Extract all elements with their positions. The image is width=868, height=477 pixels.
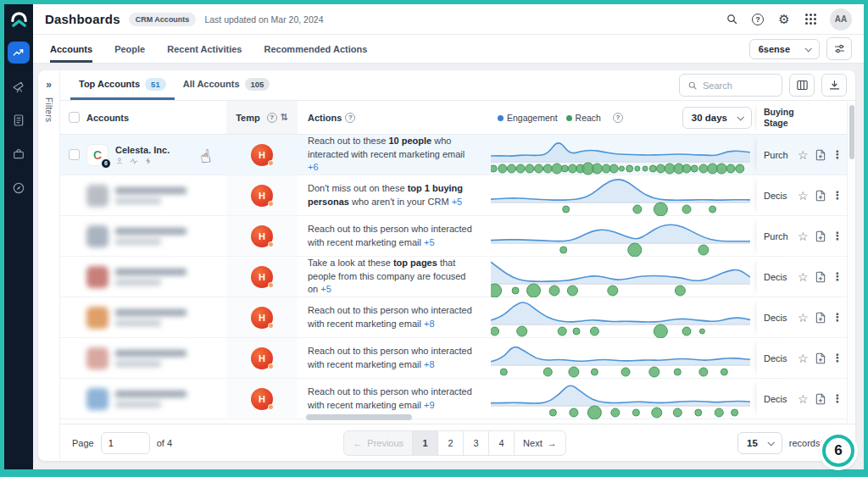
kebab-menu-icon[interactable]: ⋮ [832,392,843,405]
add-to-list-icon[interactable] [815,393,826,405]
page-label: Page [72,438,94,448]
avatar[interactable]: AA [830,8,852,31]
chevron-down-icon [804,45,811,52]
tab-accounts[interactable]: Accounts [50,35,92,63]
add-to-list-icon[interactable] [815,271,826,283]
expand-filters-icon[interactable]: » [46,79,52,91]
company-name[interactable]: Celesta. Inc. [115,145,170,155]
select-all-checkbox[interactable] [69,112,80,123]
6sense-chat-badge[interactable]: 6 [822,435,854,467]
search-icon [687,80,698,91]
star-icon[interactable]: ☆ [798,352,809,365]
table-row[interactable]: C 6 ☝ H Reach out to this person who int… [60,297,855,338]
row-checkbox[interactable] [69,149,80,160]
page-button-1[interactable]: 1 [413,430,438,456]
kebab-menu-icon[interactable]: ⋮ [832,230,843,242]
table-row[interactable]: C 6 Celesta. Inc. ☝ H Reach out to these… [60,135,855,175]
star-icon[interactable]: ☆ [798,189,809,202]
sparkline-svg [491,257,750,297]
chart-legend: Engagement Reach ? [491,113,623,123]
add-to-list-icon[interactable] [815,312,826,324]
temp-hot-badge: H [251,225,273,247]
download-button[interactable] [821,74,847,97]
page-button-3[interactable]: 3 [464,430,489,456]
search-icon[interactable] [725,13,738,26]
scrollbar-thumb[interactable] [849,105,854,159]
temp-hot-badge: H [251,185,273,207]
pager: ←Previous 1 2 3 4 Next→ [343,430,565,456]
star-icon[interactable]: ☆ [798,392,809,406]
gear-icon[interactable]: ⚙ [777,13,791,26]
period-dropdown[interactable]: 30 days [682,107,752,129]
app-grid-icon[interactable] [804,13,817,26]
add-to-list-icon[interactable] [815,352,826,364]
6sense-logo-icon[interactable] [8,10,30,28]
tab-people[interactable]: People [114,35,145,63]
star-icon[interactable]: ☆ [798,230,809,243]
add-to-list-icon[interactable] [815,190,826,202]
sidebar-item-reports[interactable] [8,109,30,131]
tab-recent-activities[interactable]: Recent Activities [167,35,242,63]
zap-icon [144,157,153,165]
buying-stage: Purch [757,135,796,175]
records-per-page-dropdown[interactable]: 15 [737,432,782,454]
next-page-button[interactable]: Next→ [515,430,566,456]
page-button-2[interactable]: 2 [438,430,464,456]
sidebar-item-discover[interactable] [8,75,30,97]
table-row[interactable]: C 6 ☝ H Take a look at these top pages t… [60,257,855,297]
manage-columns-button[interactable] [789,74,815,97]
table-row[interactable]: C 6 ☝ H Reach out to this person who int… [60,379,855,419]
temp-sort-icon[interactable]: ⇅ [281,112,288,123]
kebab-menu-icon[interactable]: ⋮ [832,352,843,364]
trending-up-icon [12,46,25,59]
buying-stage: Decis [757,257,796,297]
filters-rail[interactable]: » Filters [38,70,60,461]
table-row[interactable]: C 6 ☝ H Reach out to this person who int… [60,216,855,257]
star-icon[interactable]: ☆ [798,148,809,162]
page-input[interactable] [101,432,150,454]
subtab-all-accounts[interactable]: All Accounts 105 [175,70,279,100]
sidebar-item-dashboards[interactable] [8,42,30,64]
kebab-menu-icon[interactable]: ⋮ [832,270,843,283]
action-text: Reach out to this person who interacted … [308,304,474,331]
cursor-hand-icon: ☝ [199,146,213,168]
previous-page-button[interactable]: ←Previous [343,430,413,456]
sparkline-svg [491,175,750,216]
company-name-blurred [115,269,186,286]
arrow-left-icon: ← [353,438,362,448]
vertical-scrollbar[interactable] [847,102,855,423]
view-selector-dropdown[interactable]: 6sense [749,39,820,59]
display-settings-button[interactable] [826,37,852,60]
table-row[interactable]: C 6 ☝ H Reach out to this person who int… [60,338,855,379]
sidebar-item-explore[interactable] [8,177,30,199]
add-to-list-icon[interactable] [815,149,826,161]
tab-recommended-actions[interactable]: Recommended Actions [264,35,367,63]
action-text: Reach out to this person who interacted … [308,223,474,250]
sidebar-item-sales[interactable] [8,143,30,165]
actions-help-icon[interactable]: ? [345,113,355,123]
table-row[interactable]: C 6 ☝ H Don't miss out on these top 1 bu… [60,175,855,216]
filters-label: Filters [44,97,53,122]
add-to-list-icon[interactable] [815,230,826,242]
kebab-menu-icon[interactable]: ⋮ [832,148,843,161]
briefcase-icon [12,147,25,161]
horizontal-scrollbar-thumb[interactable] [306,414,412,420]
help-icon[interactable]: ? [751,13,765,26]
sparkline-svg [491,216,750,257]
page-of-label: of 4 [157,438,172,448]
table-search[interactable] [679,74,782,97]
person-icon [115,157,124,165]
engagement-sparkline [486,175,757,215]
subtab-top-accounts[interactable]: Top Accounts 51 [70,70,175,100]
chevron-down-icon [767,439,774,446]
sparkline-svg [491,379,750,419]
page-button-4[interactable]: 4 [489,430,515,456]
star-icon[interactable]: ☆ [798,270,809,284]
search-input[interactable] [703,80,771,91]
star-icon[interactable]: ☆ [798,311,809,324]
company-quick-actions[interactable] [115,157,170,165]
reach-help-icon[interactable]: ? [613,113,623,123]
temp-help-icon[interactable]: ? [267,113,277,123]
kebab-menu-icon[interactable]: ⋮ [832,189,843,202]
kebab-menu-icon[interactable]: ⋮ [832,311,843,324]
